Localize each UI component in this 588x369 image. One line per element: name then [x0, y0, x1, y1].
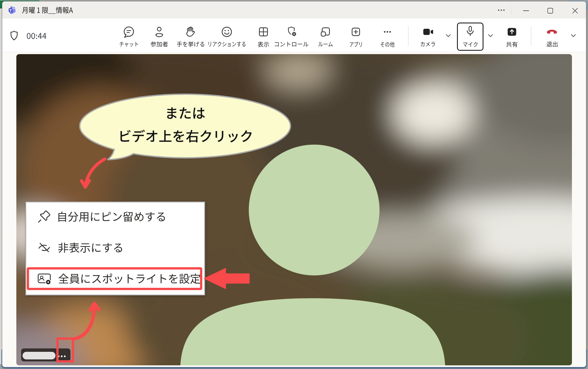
mic-icon [464, 25, 476, 37]
toolbar-label-rooms: ルーム [318, 41, 333, 47]
toolbar-label-share: 共有 [506, 41, 518, 47]
annotation-arrow-more [68, 296, 107, 344]
toolbar-label-chat: チャット [119, 41, 139, 47]
toolbar-label-leave: 退出 [546, 41, 558, 47]
toolbar-label-chat-glyphs [119, 41, 139, 47]
share-icon-wrap [506, 26, 518, 38]
toolbar-label-share-glyphs [506, 41, 518, 47]
annotation-arrow-left-wrap [202, 265, 252, 292]
toolbar-icon-control [285, 26, 298, 38]
toolbar-separator [531, 26, 531, 46]
toolbar-icon-people [153, 26, 165, 38]
shield-icon [10, 30, 18, 41]
toolbar-icon-hand [184, 26, 197, 38]
toolbar-label-mic-glyphs [463, 41, 478, 47]
apps-icon [350, 26, 362, 38]
leave-dropdown[interactable] [571, 34, 576, 37]
minimize-button[interactable] [520, 7, 532, 14]
toolbar-label-apps: アプリ [349, 41, 363, 47]
maximize-button[interactable] [544, 7, 556, 14]
teams-logo-wrap [8, 6, 16, 14]
toolbar-label-camera: カメラ [420, 41, 436, 47]
silhouette-body [180, 298, 445, 365]
close-icon [572, 8, 578, 14]
camera-dropdown[interactable] [445, 34, 451, 37]
toolbar-label-control: コントロール [274, 41, 309, 47]
window-title-glyphs [22, 6, 73, 14]
curved-arrow-up [68, 296, 107, 344]
toolbar-icon-view [257, 26, 270, 38]
view-icon [257, 26, 270, 38]
chevron-down-icon [571, 34, 576, 37]
window-more-icon [497, 8, 506, 12]
reactions-icon [221, 26, 233, 38]
maximize-icon [547, 8, 553, 14]
rooms-icon [319, 26, 332, 38]
window-more-button[interactable] [495, 6, 507, 15]
menu-icon-1 [37, 240, 52, 255]
participants-icon [153, 26, 165, 38]
chat-icon [123, 26, 135, 38]
meeting-timer: 00:44 [26, 32, 46, 40]
titlebar-separator [511, 6, 512, 14]
toolbar-label-more: その他 [380, 41, 395, 47]
chevron-down-icon [488, 34, 493, 37]
toolbar-icon-react [221, 26, 233, 38]
mic-icon-wrap [464, 25, 476, 37]
toolbar-label-react-glyphs [207, 41, 246, 47]
meeting-timer-glyphs [26, 32, 46, 40]
pin-icon [37, 209, 52, 224]
menu-icon-0 [37, 209, 52, 224]
toolbar-separator [408, 26, 409, 46]
toolbar-label-hand-glyphs [177, 41, 205, 47]
toolbar-label-apps-glyphs [349, 41, 363, 47]
menu-label-0: 自分用にピン留めする [57, 211, 167, 222]
menu-label-1: 非表示にする [58, 242, 124, 253]
toolbar-label-view: 表示 [258, 41, 269, 47]
bubble-line2-glyphs [118, 129, 253, 143]
security-shield [10, 30, 18, 41]
red-arrow-left [202, 265, 252, 292]
toolbar-label-leave-glyphs [546, 41, 558, 47]
toolbar-icon-rooms [319, 26, 332, 38]
participant-name-pill [23, 352, 56, 359]
camera-icon-wrap [422, 26, 434, 38]
curved-arrow-down [76, 155, 116, 195]
bubble-line2: ビデオ上を右クリック [118, 129, 253, 143]
highlight-red-box [27, 267, 202, 290]
close-button[interactable] [569, 7, 581, 14]
chevron-down-icon [445, 34, 451, 37]
leave-icon [546, 27, 558, 36]
toolbar-icon-apps [350, 26, 362, 38]
toolbar-label-react: リアクションする [207, 41, 246, 47]
mic-dropdown[interactable] [488, 34, 493, 37]
toolbar-label-people: 参加者 [150, 41, 168, 47]
toolbar-label-hand: 手を挙げる [177, 41, 205, 47]
minimize-icon [523, 8, 529, 14]
eye-off-icon [37, 240, 52, 255]
camera-icon [422, 26, 434, 38]
menu-label-0-glyphs [57, 211, 167, 222]
toolbar-label-people-glyphs [150, 41, 168, 47]
raise-hand-icon [184, 26, 197, 38]
toolbar-label-view-glyphs [258, 41, 269, 47]
toolbar-label-rooms-glyphs [318, 41, 333, 47]
more-icon [381, 26, 394, 38]
annotation-arrow-bubble [76, 155, 116, 195]
toolbar-label-mic: マイク [463, 41, 478, 47]
toolbar-icon-more [381, 26, 394, 38]
leave-icon-wrap [546, 27, 558, 36]
share-icon [506, 26, 518, 38]
menu-label-1-glyphs [58, 242, 124, 253]
toolbar-icon-chat [123, 26, 135, 38]
teams-logo [8, 6, 16, 14]
toolbar-label-camera-glyphs [420, 41, 436, 47]
bubble-line1: または [165, 106, 205, 120]
window-title: 月曜 1 限__情報A [22, 6, 73, 14]
bubble-line1-glyphs [165, 106, 205, 120]
toolbar-label-more-glyphs [380, 41, 395, 47]
control-icon [285, 26, 298, 38]
toolbar-label-control-glyphs [274, 41, 309, 47]
